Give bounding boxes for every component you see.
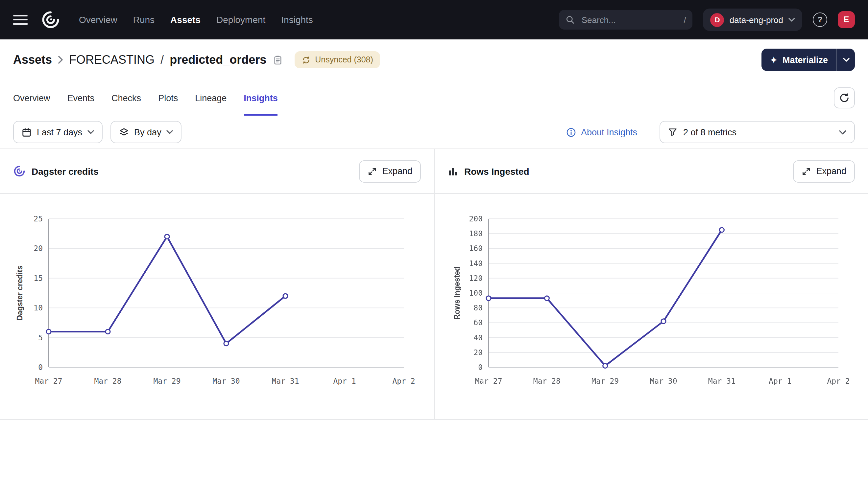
chevron-down-icon <box>839 130 846 134</box>
expand-icon <box>368 167 377 176</box>
svg-text:Mar 27: Mar 27 <box>475 377 502 385</box>
search-icon <box>566 15 575 24</box>
granularity-label: By day <box>134 127 162 137</box>
breadcrumb-separator: / <box>161 53 164 67</box>
rows-ingested-line-chart: 020406080100120140160180200Mar 27Mar 28M… <box>435 194 868 419</box>
svg-text:120: 120 <box>469 274 483 283</box>
about-insights-link[interactable]: About Insights <box>563 127 641 137</box>
search-box: / <box>559 10 693 29</box>
nav-item-deployment[interactable]: Deployment <box>216 14 265 25</box>
svg-text:0: 0 <box>478 363 483 371</box>
tab-bar: OverviewEventsChecksPlotsLineageInsights <box>13 80 295 116</box>
tab-checks[interactable]: Checks <box>112 80 141 116</box>
expand-label: Expand <box>382 166 412 176</box>
info-icon <box>566 127 576 137</box>
tab-insights[interactable]: Insights <box>244 80 278 116</box>
svg-text:Mar 27: Mar 27 <box>35 377 62 385</box>
svg-text:Mar 30: Mar 30 <box>650 377 677 385</box>
granularity-dropdown[interactable]: By day <box>111 121 182 143</box>
date-range-label: Last 7 days <box>37 127 82 137</box>
refresh-button[interactable] <box>834 87 855 108</box>
help-icon[interactable]: ? <box>813 12 827 27</box>
nav-item-insights[interactable]: Insights <box>281 14 313 25</box>
tab-plots[interactable]: Plots <box>158 80 178 116</box>
svg-text:180: 180 <box>469 229 483 238</box>
dagster-logo-icon[interactable] <box>41 10 61 29</box>
breadcrumb-assets[interactable]: Assets <box>13 53 52 67</box>
search-input[interactable] <box>580 14 679 25</box>
svg-text:80: 80 <box>473 303 483 312</box>
copy-asset-name-icon[interactable] <box>273 55 282 65</box>
chart-panel-rows-ingested: Rows Ingested Expand 0204060801001201401… <box>434 149 868 419</box>
svg-text:20: 20 <box>473 348 483 357</box>
expand-label: Expand <box>816 166 846 176</box>
chevron-down-icon <box>789 18 795 22</box>
svg-text:160: 160 <box>469 244 483 253</box>
nav-item-assets[interactable]: Assets <box>170 14 201 25</box>
deployment-badge: D <box>711 13 724 27</box>
about-insights-label: About Insights <box>581 127 637 137</box>
svg-text:40: 40 <box>473 333 483 342</box>
sparkle-icon: ✦ <box>770 55 777 64</box>
svg-text:Apr 1: Apr 1 <box>769 377 791 385</box>
svg-text:Mar 30: Mar 30 <box>213 377 240 385</box>
materialize-options-caret[interactable] <box>837 49 855 71</box>
materialize-button[interactable]: ✦ Materialize <box>762 49 837 71</box>
dagster-logo-icon <box>13 165 26 178</box>
svg-text:Mar 28: Mar 28 <box>94 377 121 385</box>
svg-text:5: 5 <box>38 333 43 342</box>
svg-text:Mar 31: Mar 31 <box>271 377 299 385</box>
svg-text:Mar 29: Mar 29 <box>153 377 180 385</box>
chevron-down-icon <box>167 130 173 134</box>
svg-text:20: 20 <box>34 244 43 253</box>
nav-item-runs[interactable]: Runs <box>133 14 154 25</box>
svg-text:Mar 29: Mar 29 <box>591 377 619 385</box>
svg-text:10: 10 <box>34 303 43 312</box>
svg-text:100: 100 <box>469 289 483 297</box>
breadcrumb-group[interactable]: FORECASTING <box>69 53 154 67</box>
tab-overview[interactable]: Overview <box>13 80 50 116</box>
chart-title: Rows Ingested <box>464 166 529 176</box>
asset-name: predicted_orders <box>170 53 266 67</box>
svg-text:Mar 28: Mar 28 <box>533 377 561 385</box>
expand-button[interactable]: Expand <box>359 160 421 182</box>
date-range-dropdown[interactable]: Last 7 days <box>13 121 103 143</box>
chevron-right-icon <box>58 56 63 64</box>
insights-filter-bar: Last 7 days By day About Insights 2 of 8… <box>0 116 868 149</box>
svg-text:Apr 2: Apr 2 <box>392 377 415 385</box>
deployment-switcher[interactable]: D data-eng-prod <box>703 9 802 31</box>
insights-charts: Dagster credits Expand 0510152025Mar 27M… <box>0 149 868 419</box>
filter-funnel-icon <box>668 128 677 137</box>
sync-status-badge: Unsynced (308) <box>295 51 380 68</box>
asset-tabs: OverviewEventsChecksPlotsLineageInsights <box>0 80 868 116</box>
chevron-down-icon <box>88 130 94 134</box>
asset-header: Assets FORECASTING / predicted_orders Un… <box>0 39 868 80</box>
svg-text:Rows Ingested: Rows Ingested <box>453 266 461 319</box>
layers-icon <box>119 127 129 137</box>
nav-links: OverviewRunsAssetsDeploymentInsights <box>79 14 313 25</box>
sync-icon <box>302 55 310 64</box>
tab-lineage[interactable]: Lineage <box>195 80 227 116</box>
chart-panel-dagster-credits: Dagster credits Expand 0510152025Mar 27M… <box>0 149 434 419</box>
svg-text:25: 25 <box>34 214 43 223</box>
calendar-icon <box>22 127 31 137</box>
charts-bottom-divider <box>0 419 868 420</box>
dagster-credits-line-chart: 0510152025Mar 27Mar 28Mar 29Mar 30Mar 31… <box>0 194 434 419</box>
expand-button[interactable]: Expand <box>793 160 855 182</box>
svg-text:15: 15 <box>34 274 43 283</box>
deployment-name: data-eng-prod <box>730 15 783 25</box>
svg-text:200: 200 <box>469 214 483 223</box>
sync-status-label: Unsynced (308) <box>315 55 373 64</box>
nav-item-overview[interactable]: Overview <box>79 14 117 25</box>
svg-text:Mar 31: Mar 31 <box>708 377 736 385</box>
metrics-select-value: 2 of 8 metrics <box>683 127 737 137</box>
metrics-select[interactable]: 2 of 8 metrics <box>660 121 855 143</box>
svg-text:Apr 2: Apr 2 <box>827 377 850 385</box>
user-avatar[interactable]: E <box>838 11 855 28</box>
chart-title: Dagster credits <box>31 166 99 176</box>
hamburger-menu-icon[interactable] <box>13 15 28 25</box>
bar-chart-icon <box>448 166 458 176</box>
svg-text:Apr 1: Apr 1 <box>333 377 356 385</box>
tab-events[interactable]: Events <box>67 80 95 116</box>
materialize-label: Materialize <box>782 55 828 65</box>
